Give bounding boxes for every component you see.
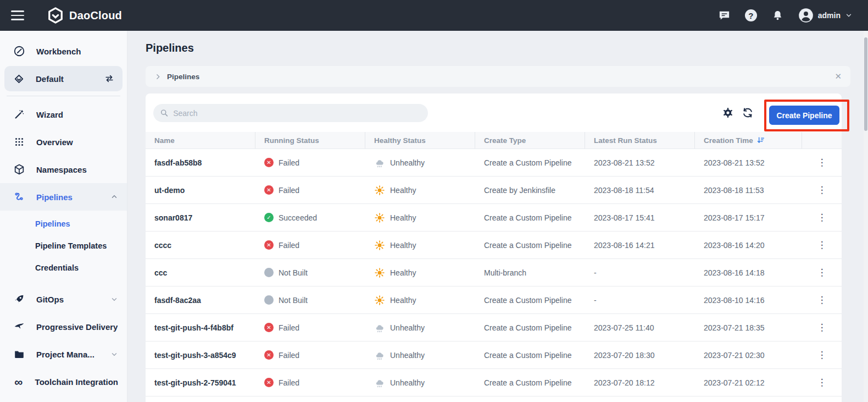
search-input[interactable] [173,109,421,118]
column-header-healthy-status[interactable]: Healthy Status [365,132,475,148]
running-status-cell: ✕ Failed [255,177,365,203]
username: admin [818,11,841,20]
pipeline-name-cell[interactable]: test-git-push-2-759041 [146,369,255,396]
help-icon[interactable]: ? [745,9,757,21]
healthy-status-icon [374,350,385,361]
latest-run-status-cell: 2023-08-21 13:52 [585,149,695,176]
kebab-menu-icon[interactable]: ⋮ [813,293,831,307]
avatar [798,8,814,23]
running-status-cell: ✕ Failed [255,149,365,176]
table-row[interactable]: sonar0817 ✓ Succeeded Healthy Create a C… [146,204,842,232]
sidebar-item-label: Pipelines [36,192,73,202]
chevron-down-icon [845,12,853,19]
submenu-item-credentials[interactable]: Credentials [0,257,127,279]
table-row[interactable]: fasdf-8ac2aa Not Built Healthy Create a … [146,287,842,314]
running-status-icon: ✕ [264,158,274,167]
scrollbar-thumb[interactable] [864,37,867,131]
row-actions-cell: ⋮ [802,369,842,396]
row-actions-cell: ⋮ [802,149,842,176]
submenu-item-pipelines[interactable]: Pipelines [0,213,127,235]
running-status-icon: ✓ [264,213,274,222]
main-content: Pipelines Pipelines ✕ [127,31,868,402]
sidebar-item-namespaces[interactable]: Namespaces [0,156,127,183]
column-header-creation-time[interactable]: Creation Time [695,132,802,148]
healthy-status-cell: Unhealthy [365,342,475,368]
healthy-status-cell: Healthy [365,177,475,203]
create-type-cell: Create a Custom Pipeline [475,232,585,258]
pipeline-name-cell[interactable]: test-git-push-4-f4b8bf [146,314,255,341]
sidebar-item-wizard[interactable]: Wizard [0,101,127,128]
sidebar-item-project-management[interactable]: Project Mana... [0,340,127,368]
settings-gear-icon[interactable] [720,105,736,120]
column-header-running-status[interactable]: Running Status [255,132,365,148]
kebab-menu-icon[interactable]: ⋮ [813,321,831,334]
pipeline-name-cell[interactable]: sonar0817 [146,204,255,231]
pipeline-name-cell[interactable]: ut-demo [146,177,255,203]
pipeline-name-cell[interactable]: ccc [146,259,255,286]
kebab-menu-icon[interactable]: ⋮ [813,376,831,389]
kebab-menu-icon[interactable]: ⋮ [813,238,831,252]
latest-run-status-cell: 2023-08-18 11:54 [585,177,695,203]
user-menu[interactable]: admin [798,8,853,23]
hamburger-menu-icon[interactable] [11,9,26,21]
create-pipeline-button[interactable]: Create Pipeline [769,106,839,125]
kebab-menu-icon[interactable]: ⋮ [813,156,831,169]
refresh-icon[interactable] [740,105,755,120]
pipeline-name-cell[interactable]: cccc [146,232,255,258]
creation-time-cell: 2023-07-21 18:35 [695,314,802,341]
sidebar-item-toolchain-integration[interactable]: ∞ Toolchain Integration [0,368,127,395]
pipeline-name-cell[interactable]: fasdf-ab58b8 [146,149,255,176]
pipelines-submenu: Pipelines Pipeline Templates Credentials [0,211,127,282]
page-scrollbar[interactable] [864,31,868,402]
row-actions-cell: ⋮ [802,342,842,368]
kebab-menu-icon[interactable]: ⋮ [813,348,831,362]
sidebar-item-workbench[interactable]: Workbench [0,37,127,65]
notifications-bell-icon[interactable] [771,9,784,22]
sidebar-divider [7,96,120,96]
pipeline-name-cell[interactable]: fasdf-8ac2aa [146,287,255,313]
workspace-icon [13,73,25,85]
sort-descending-icon[interactable] [756,136,765,145]
sidebar-item-progressive-delivery[interactable]: Progressive Delivery [0,313,127,340]
table-row[interactable]: ut-demo ✕ Failed Healthy Create by Jenki… [146,177,842,204]
kebab-menu-icon[interactable]: ⋮ [813,183,831,197]
table-row[interactable]: cccc ✕ Failed Healthy Create a Custom Pi… [146,232,842,259]
sidebar-item-overview[interactable]: Overview [0,128,127,156]
top-header: DaoCloud ? admin [0,0,868,31]
kebab-menu-icon[interactable]: ⋮ [813,211,831,224]
kebab-menu-icon[interactable]: ⋮ [813,266,831,279]
chevron-down-icon [110,350,118,358]
table-row[interactable]: test-git-push-3-a854c9 ✕ Failed Unhealth… [146,342,842,369]
submenu-item-pipeline-templates[interactable]: Pipeline Templates [0,235,127,257]
sidebar-item-label: Toolchain Integration [35,377,118,387]
table-row[interactable]: test-git-push-2-759041 ✕ Failed Unhealth… [146,369,842,397]
healthy-status-cell: Unhealthy [365,149,475,176]
running-status-icon: ✕ [264,240,274,250]
running-status-cell: Not Built [255,287,365,313]
wizard-icon [13,108,25,120]
table-body: fasdf-ab58b8 ✕ Failed Unhealthy Create a… [146,149,842,397]
infinity-icon: ∞ [13,376,24,388]
creation-time-cell: 2023-08-16 14:18 [695,259,802,286]
column-header-create-type[interactable]: Create Type [475,132,585,148]
sidebar-item-gitops[interactable]: GitOps [0,285,127,313]
messages-icon[interactable] [718,9,731,22]
sidebar-item-pipelines[interactable]: Pipelines [0,183,127,211]
table-row[interactable]: fasdf-ab58b8 ✕ Failed Unhealthy Create a… [146,149,842,177]
running-status-cell: ✕ Failed [255,232,365,258]
column-header-name[interactable]: Name [146,132,255,148]
switch-workspace-icon[interactable] [104,73,115,84]
healthy-status-cell: Healthy [365,259,475,286]
creation-time-cell: 2023-07-21 02:30 [695,342,802,368]
column-header-latest-run-status[interactable]: Latest Run Status [585,132,695,148]
pipelines-icon [13,191,25,203]
latest-run-status-cell: 2023-08-17 15:41 [585,204,695,231]
table-row[interactable]: ccc Not Built Healthy Multi-branch - 202… [146,259,842,287]
overview-icon [13,136,25,148]
pipeline-name-cell[interactable]: test-git-push-3-a854c9 [146,342,255,368]
close-icon[interactable]: ✕ [834,71,842,81]
healthy-status-cell: Unhealthy [365,314,475,341]
table-row[interactable]: test-git-push-4-f4b8bf ✕ Failed Unhealth… [146,314,842,342]
healthy-status-cell: Healthy [365,204,475,231]
sidebar-workspace-default[interactable]: Default [4,66,123,91]
